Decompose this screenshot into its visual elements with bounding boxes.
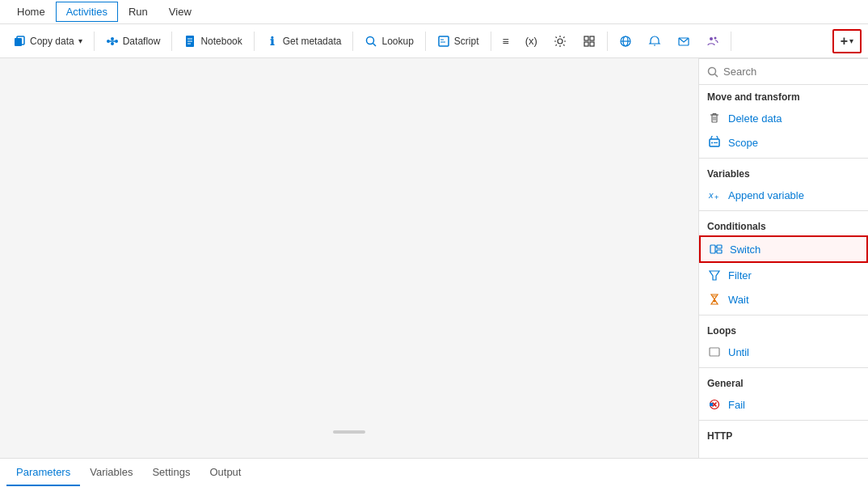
div3 bbox=[699, 315, 868, 315]
menu-activities[interactable]: Activities bbox=[56, 2, 118, 22]
menu-run[interactable]: Run bbox=[118, 2, 158, 22]
globe-icon-button[interactable] bbox=[613, 32, 638, 51]
svg-point-46 bbox=[714, 300, 716, 303]
menu-view[interactable]: View bbox=[158, 2, 202, 22]
script-button[interactable]: Script bbox=[431, 32, 486, 51]
mail-icon-button[interactable] bbox=[671, 32, 697, 51]
teams-icon-button[interactable] bbox=[700, 32, 726, 51]
copy-data-dropdown-icon: ▾ bbox=[78, 36, 82, 45]
sep1 bbox=[94, 32, 95, 51]
copy-data-label: Copy data bbox=[30, 36, 74, 47]
get-metadata-icon: ℹ bbox=[266, 35, 279, 48]
svg-point-25 bbox=[714, 36, 716, 39]
append-variable-label: Append variable bbox=[728, 189, 804, 201]
scope-icon bbox=[707, 135, 722, 150]
svg-rect-47 bbox=[710, 348, 719, 356]
main-area: Move and transform Delete data Scope Var… bbox=[0, 58, 868, 458]
wait-label: Wait bbox=[728, 294, 749, 306]
until-label: Until bbox=[728, 346, 749, 358]
svg-rect-41 bbox=[717, 245, 722, 248]
delete-data-label: Delete data bbox=[728, 112, 782, 125]
delete-data-item[interactable]: Delete data bbox=[699, 106, 868, 130]
svg-rect-17 bbox=[590, 36, 594, 40]
sep7 bbox=[607, 32, 608, 51]
section-general: General bbox=[699, 371, 868, 392]
tab-output[interactable]: Output bbox=[200, 459, 251, 486]
menu-bar: Home Activities Run View bbox=[0, 0, 868, 24]
svg-point-2 bbox=[107, 40, 110, 43]
notebook-button[interactable]: Notebook bbox=[177, 32, 248, 51]
append-variable-item[interactable]: x+ Append variable bbox=[699, 183, 868, 207]
plus-icon: + bbox=[841, 34, 848, 49]
notebook-label: Notebook bbox=[200, 36, 242, 47]
lines-icon-button[interactable]: ≡ bbox=[496, 32, 516, 51]
tab-variables[interactable]: Variables bbox=[80, 459, 142, 486]
notebook-icon bbox=[183, 35, 196, 48]
svg-text:+: + bbox=[714, 193, 718, 201]
tab-settings[interactable]: Settings bbox=[142, 459, 200, 486]
wait-item[interactable]: Wait bbox=[699, 287, 868, 311]
section-loops: Loops bbox=[699, 319, 868, 340]
search-icon bbox=[707, 66, 718, 78]
filter-item[interactable]: Filter bbox=[699, 263, 868, 287]
search-box bbox=[699, 59, 868, 85]
scope-item[interactable]: Scope bbox=[699, 130, 868, 155]
get-metadata-button[interactable]: ℹ Get metadata bbox=[259, 32, 348, 51]
sep4 bbox=[352, 32, 353, 51]
div2 bbox=[699, 210, 868, 211]
script-label: Script bbox=[454, 36, 479, 47]
toolbar: Copy data ▾ Dataflow Notebook bbox=[0, 24, 868, 58]
dataflow-button[interactable]: Dataflow bbox=[99, 32, 167, 51]
variable-icon-button[interactable]: (x) bbox=[519, 32, 544, 50]
div1 bbox=[699, 158, 868, 159]
tab-parameters[interactable]: Parameters bbox=[6, 459, 80, 486]
lookup-icon bbox=[364, 35, 377, 48]
fail-label: Fail bbox=[728, 399, 745, 411]
div4 bbox=[699, 367, 868, 368]
svg-rect-18 bbox=[584, 42, 588, 46]
copy-data-icon bbox=[13, 35, 26, 48]
script-icon bbox=[437, 35, 450, 48]
section-conditionals: Conditionals bbox=[699, 214, 868, 235]
search-input[interactable] bbox=[723, 66, 860, 78]
svg-rect-28 bbox=[712, 115, 717, 122]
switch-label: Switch bbox=[730, 244, 761, 256]
filter-icon bbox=[707, 268, 722, 282]
fail-item[interactable]: Fail bbox=[699, 392, 868, 417]
svg-point-24 bbox=[710, 37, 713, 40]
add-activity-button[interactable]: + ▾ bbox=[832, 29, 862, 53]
get-metadata-label: Get metadata bbox=[283, 36, 342, 47]
svg-rect-51 bbox=[710, 403, 713, 406]
bottom-tabs: Parameters Variables Settings Output bbox=[0, 458, 868, 487]
switch-item[interactable]: Switch bbox=[699, 235, 868, 263]
sep3 bbox=[254, 32, 255, 51]
section-move-transform: Move and transform bbox=[699, 85, 868, 106]
svg-line-12 bbox=[373, 43, 377, 46]
sep6 bbox=[491, 32, 491, 51]
svg-rect-13 bbox=[439, 36, 449, 46]
svg-point-5 bbox=[111, 37, 114, 40]
grid-icon-button[interactable] bbox=[576, 32, 602, 51]
wait-icon bbox=[707, 292, 722, 307]
menu-home[interactable]: Home bbox=[6, 2, 56, 22]
until-item[interactable]: Until bbox=[699, 340, 868, 364]
svg-point-3 bbox=[115, 40, 118, 43]
svg-line-27 bbox=[715, 74, 718, 77]
sep8 bbox=[731, 32, 731, 51]
section-variables: Variables bbox=[699, 162, 868, 183]
div5 bbox=[699, 420, 868, 421]
section-http: HTTP bbox=[699, 424, 868, 445]
svg-rect-42 bbox=[717, 250, 722, 253]
svg-marker-45 bbox=[710, 271, 719, 280]
svg-rect-40 bbox=[710, 245, 715, 253]
notify-icon-button[interactable] bbox=[642, 32, 668, 51]
svg-rect-16 bbox=[584, 36, 588, 40]
gear-icon-button[interactable] bbox=[547, 32, 573, 51]
lookup-button[interactable]: Lookup bbox=[358, 32, 419, 51]
canvas-divider bbox=[333, 430, 365, 434]
dataflow-icon bbox=[106, 35, 119, 48]
filter-label: Filter bbox=[728, 269, 752, 282]
copy-data-button[interactable]: Copy data ▾ bbox=[6, 32, 89, 51]
canvas-area[interactable] bbox=[0, 58, 698, 458]
switch-icon bbox=[709, 242, 723, 256]
